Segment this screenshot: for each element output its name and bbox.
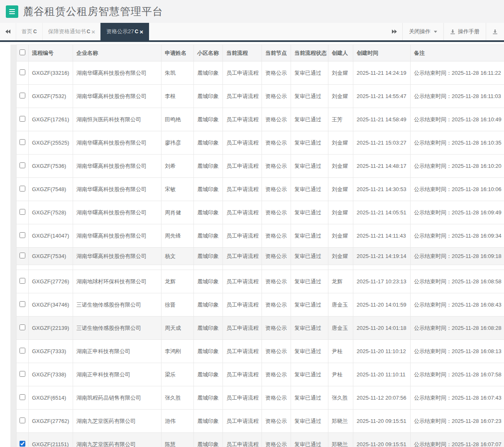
row-checkbox[interactable] [20, 186, 25, 192]
cell-applicant: 李鸿刚 [161, 340, 194, 363]
cell-created: 2025-11-21 14:24:19 [353, 61, 411, 85]
row-checkbox[interactable] [20, 371, 25, 377]
table-row[interactable]: GXGZF(7548)湖南华曙高科技股份有限公司宋敏麓城印象员工申请流程资格公示… [17, 178, 504, 201]
scroll-tabs-left-button[interactable] [0, 23, 16, 40]
cell-node: 资格公示 [262, 85, 291, 108]
row-checkbox-cell [17, 201, 29, 224]
row-checkbox[interactable] [20, 162, 25, 168]
table-row[interactable]: GXGZF(7534)湖南华曙高科技股份有限公司杨文麓城印象员工申请流程资格公示… [17, 248, 504, 265]
cell-company: 湖南地球村环保科技有限公司 [73, 270, 161, 293]
row-checkbox[interactable] [20, 324, 25, 330]
table-row[interactable]: GXGZF(7528)湖南华曙高科技股份有限公司周肖健麓城印象员工申请流程资格公… [17, 201, 504, 224]
tab-label: 首页 [22, 28, 32, 35]
cell-community: 麓城印象 [194, 201, 223, 224]
row-checkbox[interactable] [20, 139, 25, 145]
table-row[interactable]: GXGZF(21151)湖南九芝堂医药有限公司陈慧麓城印象员工申请流程资格公示复… [17, 433, 504, 447]
table-row[interactable]: GXGZF(7338)湖南正申科技有限公司梁乐麓城印象员工申请流程资格公示复审已… [17, 363, 504, 386]
cell-creator: 郑晓兰 [328, 433, 353, 447]
close-icon[interactable]: × [91, 29, 95, 35]
cell-id: GXGZF(21151) [29, 433, 73, 447]
cell-community: 麓城印象 [194, 108, 223, 131]
cell-node: 资格公示 [262, 248, 291, 265]
hamburger-menu-button[interactable] [6, 5, 18, 18]
row-checkbox[interactable] [20, 441, 25, 447]
cell-process: 员工申请流程 [223, 340, 262, 363]
table-row[interactable]: GXGZF(34746)三诺生物传感股份有限公司徐晋麓城印象员工申请流程资格公示… [17, 293, 504, 317]
row-checkbox-cell [17, 293, 29, 317]
row-checkbox[interactable] [20, 69, 25, 75]
table-row[interactable]: GXGZF(7532)湖南华曙高科技股份有限公司李根麓城印象员工申请流程资格公示… [17, 85, 504, 108]
extra-action-button[interactable] [486, 23, 504, 40]
cell-creator: 尹桂 [328, 363, 353, 386]
tab-home[interactable]: 首页 C [16, 23, 43, 40]
operation-manual-button[interactable]: 操作手册 [444, 23, 486, 40]
cell-status: 复审已通过 [291, 270, 328, 293]
cell-remark: 公示结束时间：2025-11-28 16:10:49 [411, 108, 504, 131]
table-row[interactable]: GXGZF(27762)湖南九芝堂医药有限公司游伟麓城印象员工申请流程资格公示复… [17, 410, 504, 433]
close-icon[interactable]: × [139, 29, 143, 35]
close-operations-dropdown[interactable]: 关闭操作 [403, 23, 443, 40]
refresh-icon[interactable]: C [87, 29, 91, 34]
row-checkbox[interactable] [20, 394, 25, 400]
cell-company: 湖南正申科技有限公司 [73, 340, 161, 363]
cell-applicant: 周天成 [161, 317, 194, 340]
row-checkbox[interactable] [20, 278, 25, 284]
row-checkbox-cell [17, 61, 29, 85]
cell-status: 复审已通过 [291, 108, 328, 131]
cell-remark: 公示结束时间：2025-11-28 16:07:43 [411, 386, 504, 410]
row-checkbox[interactable] [20, 232, 25, 238]
download-icon [492, 29, 498, 34]
table-row[interactable]: GXGZF(17261)湖南恒兴医药科技有限公司田鸣艳麓城印象员工申请流程资格公… [17, 108, 504, 131]
cell-company: 湖南华曙高科技股份有限公司 [73, 85, 161, 108]
cell-creator: 刘金耀 [328, 85, 353, 108]
table-row[interactable]: GXGZF(27726)湖南地球村环保科技有限公司龙辉麓城印象员工申请流程资格公… [17, 270, 504, 293]
cell-creator: 张久胜 [328, 386, 353, 410]
cell-id: GXGZF(7548) [29, 178, 73, 201]
row-checkbox[interactable] [20, 253, 25, 258]
row-checkbox[interactable] [20, 116, 25, 122]
records-table: 流程编号企业名称申请姓名小区名称当前流程当前节点当前流程状态创建人创建时间备注 … [16, 44, 504, 447]
cell-company: 三诺生物传感股份有限公司 [73, 317, 161, 340]
cell-applicant: 刘希 [161, 155, 194, 178]
select-all-checkbox[interactable] [20, 49, 25, 55]
table-row[interactable]: GXGZF(14047)湖南华曙高科技股份有限公司周先锋麓城印象员工申请流程资格… [17, 224, 504, 248]
refresh-icon[interactable]: C [33, 29, 37, 34]
table-row[interactable]: GXGZF(22139)三诺生物传感股份有限公司周天成麓城印象员工申请流程资格公… [17, 317, 504, 340]
cell-node: 资格公示 [262, 386, 291, 410]
row-checkbox-cell [17, 433, 29, 447]
row-checkbox[interactable] [20, 209, 25, 215]
cell-created: 2025-11-21 14:05:51 [353, 201, 411, 224]
table-row[interactable]: GXGZF(7536)湖南华曙高科技股份有限公司刘希麓城印象员工申请流程资格公示… [17, 155, 504, 178]
cell-status: 复审已通过 [291, 248, 328, 265]
cell-process: 员工申请流程 [223, 386, 262, 410]
cell-node: 资格公示 [262, 201, 291, 224]
scroll-tabs-right-button[interactable] [387, 23, 402, 40]
tab-notice[interactable]: 保障资格通知书 C × [42, 23, 101, 40]
row-checkbox[interactable] [20, 301, 25, 307]
row-checkbox-cell [17, 178, 29, 201]
row-checkbox-cell [17, 224, 29, 248]
cell-id: GXGZF(34746) [29, 293, 73, 317]
cell-creator: 刘金耀 [328, 131, 353, 155]
table-row[interactable]: GXGZF(7333)湖南正申科技有限公司李鸿刚麓城印象员工申请流程资格公示复审… [17, 340, 504, 363]
cell-created: 2025-11-20 11:10:12 [353, 340, 411, 363]
tab-qualification-publicity[interactable]: 资格公示27 C × [100, 23, 149, 40]
table-row[interactable]: GXGZF(6514)湖南凯程药品销售有限公司张久胜麓城印象员工申请流程资格公示… [17, 386, 504, 410]
refresh-icon[interactable]: C [135, 29, 139, 34]
row-checkbox[interactable] [20, 348, 25, 354]
table-row[interactable]: GXGZF(25525)湖南华曙高科技股份有限公司廖祎彦麓城印象员工申请流程资格… [17, 131, 504, 155]
cell-process: 员工申请流程 [223, 363, 262, 386]
cell-applicant: 张久胜 [161, 386, 194, 410]
column-header: 创建时间 [353, 45, 411, 61]
cell-id: GXGZF(25525) [29, 131, 73, 155]
row-checkbox[interactable] [20, 418, 25, 423]
cell-node: 资格公示 [262, 317, 291, 340]
table-row[interactable]: GXGZF(33216)湖南华曙高科技股份有限公司朱凯麓城印象员工申请流程资格公… [17, 61, 504, 85]
row-spacer [17, 265, 504, 270]
cell-applicant: 游伟 [161, 410, 194, 433]
cell-remark: 公示结束时间：2025-11-28 16:09:18 [411, 248, 504, 265]
cell-remark: 公示结束时间：2025-11-28 16:09:49 [411, 201, 504, 224]
cell-id: GXGZF(14047) [29, 224, 73, 248]
table-header-row: 流程编号企业名称申请姓名小区名称当前流程当前节点当前流程状态创建人创建时间备注 [17, 45, 504, 61]
row-checkbox[interactable] [20, 93, 25, 98]
